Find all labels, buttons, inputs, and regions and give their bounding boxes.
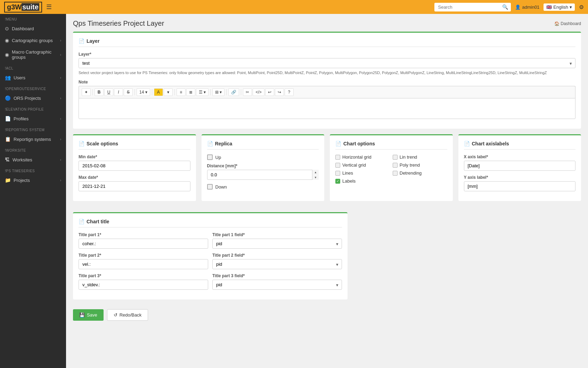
language-selector[interactable]: 🇬🇧 English ▾ — [544, 3, 575, 11]
title-part2-field-select[interactable]: pid coher vel v_stdev — [212, 259, 342, 269]
title-part3-input[interactable] — [79, 280, 208, 290]
sidebar-item-label: Users — [14, 75, 25, 80]
number-down-arrow[interactable]: ▼ — [312, 175, 319, 180]
title-part2-input[interactable] — [79, 259, 208, 269]
breadcrumb[interactable]: 🏠 Dashboard — [554, 21, 581, 26]
sidebar-item-carto-groups[interactable]: ◉ Cartographic groups › — [0, 34, 66, 46]
chart-title-header: 📄 Chart title — [79, 219, 342, 227]
gear-icon[interactable]: ⚙ — [579, 4, 584, 10]
user-menu[interactable]: 👤 admin01 — [515, 5, 539, 10]
detrending-label: Detrending — [400, 170, 422, 176]
sidebar-item-dashboard[interactable]: ⊙ Dashboard — [0, 23, 66, 34]
down-checkbox[interactable] — [207, 184, 213, 190]
chart-options-card: 📄 Chart options Horizontal grid Lin tren… — [330, 134, 453, 201]
rte-sep2 — [134, 89, 135, 95]
reporting-icon: 📋 — [5, 136, 11, 142]
horizontal-grid-checkbox[interactable] — [335, 155, 340, 160]
rte-table-btn[interactable]: ⊞ ▾ — [212, 88, 224, 96]
rte-strikethrough-btn[interactable]: S — [124, 88, 133, 96]
rte-help-btn[interactable]: ? — [285, 88, 294, 96]
rte-underline-btn[interactable]: U — [104, 88, 113, 96]
layer-header-label: Layer — [87, 38, 99, 44]
number-arrows: ▲ ▼ — [312, 170, 319, 180]
distance-input[interactable] — [207, 170, 319, 180]
rte-color-arrow-btn[interactable]: ▾ — [164, 88, 173, 96]
title-part3-field-label: Title part 3 field* — [212, 273, 342, 278]
lines-checkbox[interactable] — [335, 171, 340, 176]
sidebar-item-worksites[interactable]: 🏗 Worksites › — [0, 154, 66, 166]
sidebar-item-reporting[interactable]: 📋 Reportign systems › — [0, 133, 66, 145]
rte-link-btn[interactable]: 🔗 — [228, 88, 239, 96]
vertical-grid-item: Vertical grid — [335, 162, 390, 168]
sidebar-item-projects[interactable]: 📁 Projects › — [0, 174, 66, 186]
chevron-icon: › — [60, 96, 61, 100]
section-elevation: !ELEVATION PROFILE — [0, 104, 66, 113]
sidebar-item-ors-projects[interactable]: 🔵 ORS Projects › — [0, 92, 66, 104]
replica-card: 📄 Replica Up Distance [mm]* ▲ ▼ — [202, 134, 325, 201]
rte-sep4 — [174, 89, 175, 95]
sidebar-item-profiles[interactable]: 📄 Profiles › — [0, 113, 66, 125]
rte-code-btn[interactable]: </> — [253, 88, 264, 96]
title-part1-field-group: Title part 1 field* pid coher vel v_stde… — [212, 232, 342, 249]
rte-bold-btn[interactable]: B — [95, 88, 104, 96]
up-label: Up — [215, 155, 221, 160]
title-part1-field-select[interactable]: pid coher vel v_stdev — [212, 239, 342, 249]
poly-trend-checkbox[interactable] — [393, 163, 398, 168]
save-button[interactable]: 💾 Save — [73, 309, 104, 321]
menu-icon[interactable]: ☰ — [46, 3, 52, 11]
chevron-icon: › — [60, 76, 61, 80]
title-part1-input[interactable] — [79, 239, 208, 249]
title-part2-field-group: Title part 2 field* pid coher vel v_stde… — [212, 253, 342, 269]
rte-ul-btn[interactable]: ≡ — [177, 88, 186, 96]
rte-redo-btn[interactable]: ↪ — [275, 88, 284, 96]
max-date-input[interactable] — [79, 181, 190, 191]
sidebar-item-macro-carto[interactable]: ◉ Macro Cartographic groups › — [0, 46, 66, 63]
scale-header-label: Scale options — [87, 141, 118, 146]
rte-undo-btn[interactable]: ↩ — [265, 88, 274, 96]
search-icon: 🔍 — [502, 4, 508, 10]
user-icon: 👤 — [515, 5, 521, 10]
lin-trend-checkbox[interactable] — [393, 155, 398, 160]
labels-checkbox[interactable]: ✓ — [335, 179, 340, 184]
y-axis-input[interactable] — [464, 181, 576, 191]
search-input[interactable] — [434, 3, 511, 11]
distance-group: Distance [mm]* ▲ ▼ — [207, 163, 319, 180]
number-up-arrow[interactable]: ▲ — [312, 170, 319, 175]
chart-title-row1: Title part 1* Title part 1 field* pid co… — [79, 232, 342, 253]
rte-ol-btn[interactable]: ≣ — [186, 88, 195, 96]
down-toggle: Down — [207, 184, 319, 190]
chart-title-header-icon: 📄 — [79, 219, 84, 224]
layout: !MENU ⊙ Dashboard ◉ Cartographic groups … — [0, 14, 588, 368]
redo-back-button[interactable]: ↺ Redo/Back — [107, 309, 148, 321]
rte-cut-btn[interactable]: ✂ — [243, 88, 252, 96]
rte-fontsize-btn[interactable]: 14 ▾ — [137, 88, 150, 96]
title-part1-field-select-wrap: pid coher vel v_stdev ▾ — [212, 239, 342, 249]
chart-title-row3: Title part 3* Title part 3 field* pid co… — [79, 273, 342, 294]
home-icon: 🏠 — [554, 21, 560, 26]
title-part3-field-select[interactable]: pid coher vel v_stdev — [212, 280, 342, 290]
rte-magic-btn[interactable]: ✦ — [82, 88, 91, 96]
main-content: Qps Timeseries Project Layer 🏠 Dashboard… — [66, 14, 588, 368]
max-date-group: Max date* — [79, 175, 190, 191]
replica-header-icon: 📄 — [207, 141, 213, 146]
detrending-checkbox[interactable] — [393, 171, 398, 176]
rte-body[interactable] — [79, 98, 575, 119]
layer-select[interactable]: test — [79, 58, 575, 68]
rte-italic-btn[interactable]: I — [114, 88, 123, 96]
min-date-input[interactable] — [79, 161, 190, 171]
redo-label: Redo/Back — [120, 312, 142, 318]
breadcrumb-text: Dashboard — [561, 21, 581, 26]
rte-sep7 — [241, 89, 241, 95]
sidebar-item-users[interactable]: 👥 Users › — [0, 72, 66, 83]
scale-options-card: 📄 Scale options Min date* Max date* — [73, 134, 196, 201]
up-checkbox[interactable] — [207, 154, 213, 160]
rte-color-btn[interactable]: A — [154, 88, 163, 96]
labels-label: Labels — [342, 178, 356, 184]
chart-options-header-label: Chart options — [343, 141, 375, 146]
lines-label: Lines — [342, 170, 353, 176]
x-axis-input[interactable] — [464, 161, 576, 171]
note-label: Note — [79, 80, 575, 85]
rte-align-btn[interactable]: ☰ ▾ — [196, 88, 209, 96]
vertical-grid-checkbox[interactable] — [335, 163, 340, 168]
rte-sep5 — [210, 89, 211, 95]
